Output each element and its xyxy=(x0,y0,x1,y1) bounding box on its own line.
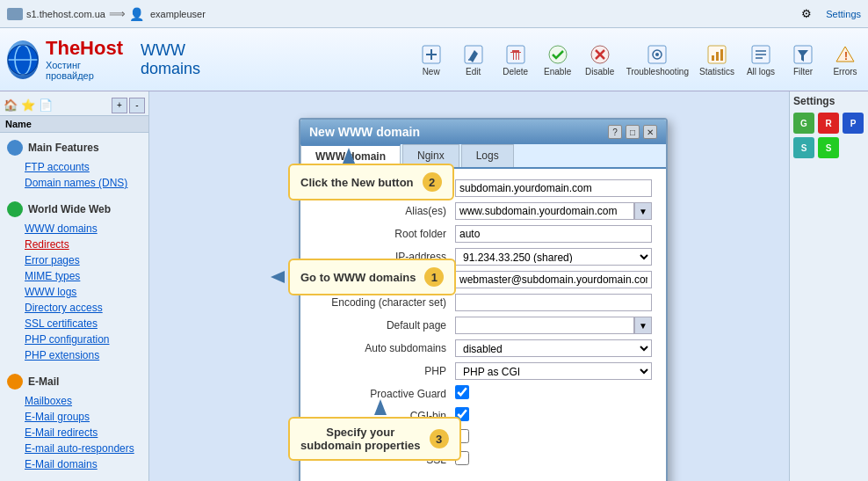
aliases-btn[interactable]: ▼ xyxy=(634,202,652,220)
auto-subdomains-label: Auto subdomains xyxy=(315,342,455,354)
delete-button[interactable]: Delete xyxy=(500,42,532,77)
callout-3-number: 3 xyxy=(430,429,449,448)
cgi-bin-control xyxy=(455,407,652,424)
sidebar-page-icon[interactable]: 📄 xyxy=(39,98,53,112)
callout-2-number: 2 xyxy=(423,172,442,192)
sidebar-item-directory-access[interactable]: Directory access xyxy=(0,300,148,316)
sidebar-section-email: E-Mail Mailboxes E-Mail groups E-Mail re… xyxy=(0,367,148,476)
sidebar-item-email-groups[interactable]: E-Mail groups xyxy=(0,409,148,425)
sidebar-section-www-header: World Wide Web xyxy=(0,198,148,221)
sidebar-item-redirects[interactable]: Redirects xyxy=(0,237,148,252)
proactive-guard-checkbox[interactable] xyxy=(455,385,469,399)
svg-point-16 xyxy=(655,53,659,56)
email-admin-input[interactable] xyxy=(455,271,652,288)
troubleshoot-button[interactable]: Troubleshooting xyxy=(626,42,689,77)
tab-logs[interactable]: Logs xyxy=(461,144,514,167)
statistics-button[interactable]: Statistics xyxy=(699,42,734,77)
sidebar-item-email-domains[interactable]: E-Mail domains xyxy=(0,456,148,472)
sidebar-item-mime-types[interactable]: MIME types xyxy=(0,268,148,284)
root-folder-input[interactable] xyxy=(455,225,652,243)
sidebar-collapse-btn[interactable]: - xyxy=(129,98,145,113)
toolbar: New Edit Delete Enable Disable xyxy=(416,42,861,77)
settings-icon-blue[interactable]: P xyxy=(843,113,864,134)
dialog-maximize-btn[interactable]: □ xyxy=(626,125,640,139)
sidebar-expand-btn[interactable]: + xyxy=(112,98,127,113)
settings-icon-green2[interactable]: S xyxy=(818,137,839,158)
settings-icon-red[interactable]: R xyxy=(818,113,839,134)
sidebar-item-mailboxes[interactable]: Mailboxes xyxy=(0,393,148,409)
enable-icon xyxy=(546,42,570,67)
errors-button[interactable]: ! Errors xyxy=(829,42,861,77)
disable-button[interactable]: Disable xyxy=(584,42,616,77)
settings-panel: Settings G R P S S xyxy=(789,91,868,481)
callout-2-arrow xyxy=(343,148,355,164)
sidebar-item-ftp-accounts[interactable]: FTP accounts xyxy=(0,159,148,175)
default-page-btn[interactable]: ▼ xyxy=(634,317,652,334)
php-select[interactable]: PHP as CGI xyxy=(455,362,652,380)
errors-label: Errors xyxy=(833,67,857,77)
email-label: E-Mail xyxy=(28,375,59,388)
root-folder-label: Root folder xyxy=(315,228,455,240)
sidebar-item-ssl-certificates[interactable]: SSL certificates xyxy=(0,316,148,332)
email-admin-control xyxy=(455,271,652,288)
filter-button[interactable]: Filter xyxy=(787,42,819,77)
domain-name-control xyxy=(455,179,652,197)
sidebar-item-php-extensions[interactable]: PHP extensions xyxy=(0,347,148,363)
enable-button[interactable]: Enable xyxy=(542,42,574,77)
settings-icon-green[interactable]: G xyxy=(793,113,814,134)
ip-address-select[interactable]: 91.234.33.250 (shared) xyxy=(455,248,652,266)
top-bar-separator: ⟹ xyxy=(109,7,126,20)
sidebar-item-email-redirects[interactable]: E-Mail redirects xyxy=(0,425,148,441)
filter-label: Filter xyxy=(793,67,813,77)
default-page-input[interactable] xyxy=(455,317,634,334)
sidebar-section-management: Management Tools File manager xyxy=(0,476,148,481)
auto-subdomains-control: disabled xyxy=(455,339,652,357)
logo-text-area: TheHost Хостинг провайдер xyxy=(46,38,123,80)
dialog-title: New WWW domain xyxy=(309,125,608,139)
sidebar-item-error-pages[interactable]: Error pages xyxy=(0,252,148,268)
new-icon xyxy=(419,42,444,67)
browser-icon xyxy=(7,8,23,20)
dialog-close-btn[interactable]: ✕ xyxy=(643,125,657,139)
edit-button[interactable]: Edit xyxy=(458,42,489,77)
settings-link[interactable]: Settings xyxy=(826,9,861,19)
header: TheHost Хостинг провайдер WWW domains Ne… xyxy=(0,28,868,91)
encoding-input[interactable] xyxy=(455,294,652,311)
sidebar-section-www: World Wide Web WWW domains Redirects Err… xyxy=(0,194,148,367)
sidebar-item-www-domains[interactable]: WWW domains xyxy=(0,221,148,237)
sidebar-star-icon[interactable]: ⭐ xyxy=(21,98,35,112)
form-row-auto-subdomains: Auto subdomains disabled xyxy=(315,339,652,357)
dialog-help-btn[interactable]: ? xyxy=(608,125,622,139)
all-logs-button[interactable]: All logs xyxy=(745,42,777,77)
logo-area: TheHost Хостинг провайдер WWW domains xyxy=(7,38,183,82)
form-row-root-folder: Root folder xyxy=(315,225,652,243)
new-button[interactable]: New xyxy=(416,42,447,77)
delete-icon xyxy=(503,42,528,67)
aliases-input[interactable] xyxy=(455,202,634,220)
www-label: World Wide Web xyxy=(28,203,111,215)
auto-subdomains-select[interactable]: disabled xyxy=(455,339,652,357)
www-icon xyxy=(7,201,23,217)
svg-rect-19 xyxy=(716,52,719,61)
main-layout: 🏠 ⭐ 📄 + - Name Main Features FTP account… xyxy=(0,91,868,481)
errors-icon: ! xyxy=(833,42,857,67)
email-icon xyxy=(7,374,23,390)
ssl-control xyxy=(455,451,652,468)
sidebar-item-email-autoresponders[interactable]: E-mail auto-responders xyxy=(0,441,148,456)
settings-icon-teal[interactable]: S xyxy=(793,137,814,158)
encoding-label: Encoding (character set) xyxy=(315,296,455,309)
logo-line1: TheHost xyxy=(46,38,123,59)
callout-3-arrow xyxy=(374,399,387,415)
sidebar-toolbar: 🏠 ⭐ 📄 + - xyxy=(0,95,148,116)
domain-name-input[interactable] xyxy=(455,179,652,197)
ip-address-control: 91.234.33.250 (shared) xyxy=(455,248,652,266)
callout-3: Specify yoursubdomain properties 3 xyxy=(288,417,461,461)
sidebar-home-icon[interactable]: 🏠 xyxy=(4,98,18,112)
sidebar-item-domain-names[interactable]: Domain names (DNS) xyxy=(0,175,148,191)
disable-label: Disable xyxy=(585,67,614,77)
sidebar-item-www-logs[interactable]: WWW logs xyxy=(0,284,148,300)
default-page-label: Default page xyxy=(315,319,455,332)
dialog-header: New WWW domain ? □ ✕ xyxy=(300,120,666,144)
sidebar-item-php-configuration[interactable]: PHP configuration xyxy=(0,332,148,347)
root-folder-control xyxy=(455,225,652,243)
